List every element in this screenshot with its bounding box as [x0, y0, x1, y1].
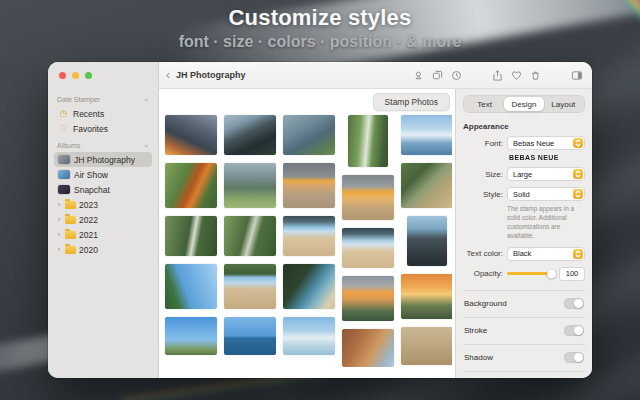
folder-label: 2021: [79, 230, 98, 240]
duplicate-icon[interactable]: [432, 70, 443, 81]
photo-sea-cliffs-dark[interactable]: [224, 115, 276, 155]
stamp-photos-button[interactable]: Stamp Photos: [373, 93, 450, 111]
underline-toggle-row: Underline: [463, 372, 585, 378]
photo-valley-mountains[interactable]: [224, 163, 276, 208]
sidebar-item-recents[interactable]: ◷ Recents: [54, 106, 152, 121]
album-thumbnail: [58, 155, 70, 164]
font-label: Font:: [463, 139, 503, 148]
sidebar-item-label: Snapchat: [74, 185, 110, 195]
sidebar-folder-2020[interactable]: › 2020: [54, 242, 152, 257]
opacity-value-field[interactable]: 100: [559, 267, 585, 281]
close-window-button[interactable]: [59, 72, 66, 79]
font-value: Bebas Neue: [513, 139, 554, 148]
sidebar-library-header[interactable]: Date Stamper ⌄: [57, 95, 149, 103]
window-main: ‹ JH Photography Stamp Photos: [159, 62, 592, 378]
photo-beach-palms[interactable]: [224, 264, 276, 309]
sidebar-albums-header[interactable]: Albums ⌄: [57, 141, 149, 149]
stroke-toggle-row: Stroke: [463, 318, 585, 345]
style-dropdown[interactable]: Solid: [507, 187, 585, 201]
favorite-heart-icon[interactable]: [511, 70, 522, 81]
photo-rooster-grass[interactable]: [165, 163, 217, 208]
photo-airplane-wing-sunset[interactable]: [165, 115, 217, 155]
photo-beach-wave-sand-2[interactable]: [342, 228, 394, 268]
sidebar: Date Stamper ⌄ ◷ Recents ♡ Favorites Alb…: [48, 62, 159, 378]
size-dropdown[interactable]: Large: [507, 167, 585, 181]
content-toolbar: Stamp Photos: [163, 92, 452, 114]
photo-content-area: Stamp Photos: [159, 89, 455, 378]
photo-sunset-clouds[interactable]: [342, 276, 394, 321]
sidebar-item-favorites[interactable]: ♡ Favorites: [54, 121, 152, 136]
photo-ocean-horizon[interactable]: [224, 317, 276, 355]
background-toggle[interactable]: [564, 298, 584, 309]
stamp-icon[interactable]: [413, 70, 424, 81]
photo-lake-mirror[interactable]: [401, 115, 452, 155]
minimize-window-button[interactable]: [72, 72, 79, 79]
app-window: Date Stamper ⌄ ◷ Recents ♡ Favorites Alb…: [48, 62, 592, 378]
chevron-down-icon: ⌄: [143, 141, 149, 149]
disclosure-chevron-icon[interactable]: ›: [56, 230, 62, 239]
opacity-control: 100: [507, 267, 585, 281]
popup-chevrons-icon: [573, 189, 583, 199]
font-dropdown[interactable]: Bebas Neue: [507, 136, 585, 150]
sidebar-folder-2023[interactable]: › 2023: [54, 197, 152, 212]
photo-sand-dune[interactable]: [401, 327, 452, 365]
opacity-slider[interactable]: [507, 272, 554, 275]
shadow-toggle[interactable]: [564, 352, 584, 363]
disclosure-chevron-icon[interactable]: ›: [56, 215, 62, 224]
style-value: Solid: [513, 190, 530, 199]
toggle-knob: [574, 353, 583, 362]
window-controls: [48, 62, 158, 88]
photo-tall-trees[interactable]: [348, 115, 388, 167]
back-button[interactable]: ‹: [166, 69, 170, 81]
tab-layout[interactable]: Layout: [544, 97, 583, 111]
photo-falls-rocks[interactable]: [401, 163, 452, 208]
photo-palm-blue-sky[interactable]: [165, 264, 217, 309]
history-icon[interactable]: [451, 70, 462, 81]
effect-toggles: Background Stroke Shadow Underline: [463, 290, 585, 378]
share-icon[interactable]: [492, 70, 503, 81]
photo-coast-waves[interactable]: [283, 115, 335, 155]
photo-beach-wave-sand[interactable]: [283, 216, 335, 256]
zoom-window-button[interactable]: [85, 72, 92, 79]
photo-blue-sky-hill[interactable]: [165, 317, 217, 355]
popup-chevrons-icon: [573, 249, 583, 259]
photo-grid: [163, 114, 452, 367]
photo-white-waves[interactable]: [283, 317, 335, 355]
trash-icon[interactable]: [530, 70, 541, 81]
shadow-toggle-row: Shadow: [463, 345, 585, 372]
photo-boat-deck[interactable]: [407, 216, 447, 266]
photo-sunset-palms[interactable]: [401, 274, 452, 319]
slider-knob[interactable]: [547, 269, 556, 278]
chevron-down-icon: ⌄: [143, 95, 149, 103]
sidebar-item-snapchat[interactable]: Snapchat: [54, 182, 152, 197]
sidebar-toggle-icon[interactable]: [571, 70, 583, 81]
stroke-label: Stroke: [464, 326, 487, 335]
album-thumbnail: [58, 170, 70, 179]
photo-gray-beach-sunset[interactable]: [283, 163, 335, 208]
sidebar-list: Date Stamper ⌄ ◷ Recents ♡ Favorites Alb…: [48, 88, 158, 263]
hero-title: Customize styles: [0, 5, 640, 31]
sidebar-item-jh-photography[interactable]: JH Photography: [54, 152, 152, 167]
photo-forest-path-falls[interactable]: [224, 216, 276, 256]
photo-jungle-waterfall[interactable]: [165, 216, 217, 256]
hero-banner: Customize styles font · size · colors · …: [0, 5, 640, 51]
photo-grid-column: [165, 115, 217, 355]
sidebar-folder-2021[interactable]: › 2021: [54, 227, 152, 242]
size-value: Large: [513, 170, 532, 179]
font-preview-sample: BEBAS NEUE: [509, 153, 585, 161]
popup-chevrons-icon: [573, 138, 583, 148]
photo-sun-glow-beach[interactable]: [342, 175, 394, 220]
window-title: JH Photography: [176, 70, 246, 80]
photo-red-rock-arch[interactable]: [342, 329, 394, 367]
text-color-dropdown[interactable]: Black: [507, 247, 585, 261]
stroke-toggle[interactable]: [564, 325, 584, 336]
sidebar-item-air-show[interactable]: Air Show: [54, 167, 152, 182]
sidebar-folder-2022[interactable]: › 2022: [54, 212, 152, 227]
disclosure-chevron-icon[interactable]: ›: [56, 245, 62, 254]
photo-hidden-cove[interactable]: [283, 264, 335, 309]
tab-design[interactable]: Design: [504, 97, 543, 111]
tab-text[interactable]: Text: [465, 97, 504, 111]
heart-icon: ♡: [58, 124, 69, 133]
sidebar-item-label: Air Show: [74, 170, 108, 180]
disclosure-chevron-icon[interactable]: ›: [56, 200, 62, 209]
